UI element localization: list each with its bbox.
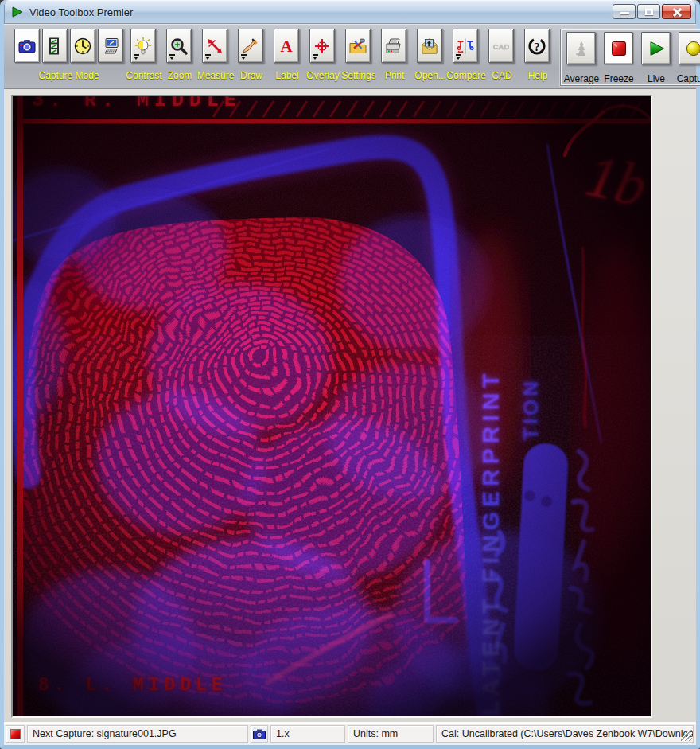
capture-controls-group: AverageFreezeLiveCapture [560, 29, 700, 86]
statusbar: Next Capture: signature001.JPG 1.x Units… [4, 722, 696, 745]
timed-capture-button[interactable] [70, 29, 95, 63]
open-button[interactable] [417, 29, 442, 63]
settings-button[interactable] [345, 29, 371, 63]
cad-icon: CAD [492, 37, 511, 56]
help-label: Help [528, 70, 548, 81]
latent-side-label-fragment: TION [519, 321, 543, 440]
pink-ridge-streak [266, 614, 393, 684]
latent-speckle-noise [13, 335, 651, 716]
blue-handwriting [427, 451, 593, 704]
toolbar: Capture Mode ContrastZoomMeasureDrawALab… [4, 24, 696, 89]
status-calibration: Cal: Uncalibrated (C:\Users\Daves Zenboo… [436, 725, 694, 743]
tool-clock [70, 29, 95, 64]
titlebar[interactable]: Video Toolbox Premier [4, 0, 696, 24]
dropdown-arrow-icon[interactable] [456, 57, 461, 60]
app-play-icon [11, 6, 24, 18]
live-button[interactable] [641, 32, 671, 64]
tool-film [42, 29, 68, 64]
capture-button[interactable] [679, 32, 700, 64]
compare-button[interactable] [453, 29, 478, 63]
tool-computer [98, 29, 123, 64]
close-icon [672, 7, 682, 17]
latent-side-label: LATENT FINGERPRINT [477, 184, 504, 716]
maximize-button[interactable] [637, 4, 660, 19]
tool-print: Print [381, 29, 408, 86]
svg-text:A: A [280, 37, 293, 56]
measure-button[interactable] [202, 29, 228, 63]
label-label: Label [275, 70, 298, 81]
overlay-label: Overlay [306, 70, 339, 81]
grain-layer [13, 96, 651, 716]
clock-icon [73, 37, 92, 56]
print-button[interactable] [381, 29, 406, 63]
camera-capture-button[interactable] [14, 29, 40, 63]
record-indicator-panel [6, 725, 25, 743]
dropdown-arrow-icon[interactable] [169, 57, 174, 60]
tool-measure: Measure [202, 29, 229, 86]
contrast-button[interactable] [130, 29, 156, 63]
bottom-finger-label: 8. L. MIDDLE [38, 675, 228, 696]
dropdown-arrow-icon[interactable] [241, 57, 246, 60]
computer-icon [101, 37, 120, 56]
tool-overlay: Overlay [309, 29, 336, 86]
record-stop-icon [10, 729, 21, 739]
capture-mode-label: Capture Mode [14, 70, 123, 81]
capture-mode-group: Capture Mode [14, 29, 123, 86]
film-capture-button[interactable] [42, 29, 68, 63]
maximize-icon [645, 9, 653, 15]
tool-help: ?Help [524, 29, 551, 86]
tape-edge-band [13, 144, 601, 716]
settings-icon [348, 37, 368, 56]
label-icon: A [277, 37, 296, 56]
red-annotations-layer [13, 96, 651, 716]
minimize-icon [620, 12, 629, 14]
status-units: Units: mm [348, 725, 434, 743]
vignette-layer [13, 96, 651, 716]
tool-contrast: Contrast [130, 29, 158, 86]
caption-buttons [612, 4, 691, 19]
freeze-button[interactable] [604, 32, 633, 64]
minimize-button[interactable] [612, 4, 636, 19]
tool-label: ALabel [274, 29, 301, 86]
tools-row: ContrastZoomMeasureDrawALabelOverlaySett… [130, 29, 560, 86]
live-label: Live [648, 73, 665, 84]
tool-draw: Draw [238, 29, 265, 86]
resize-grip[interactable] [681, 730, 692, 741]
tool-open: Open... [417, 29, 444, 86]
tool-settings: Settings [345, 29, 372, 86]
settings-label: Settings [341, 70, 375, 81]
tool-freeze: Freeze [604, 32, 634, 89]
close-button[interactable] [662, 4, 691, 19]
zoom-button[interactable] [166, 29, 192, 63]
overlay-icon [313, 37, 332, 56]
card-rule-horizontal [18, 119, 651, 124]
help-button[interactable]: ? [524, 29, 550, 63]
tool-compare: Compare [453, 29, 480, 86]
draw-button[interactable] [238, 29, 263, 63]
label-button[interactable]: A [274, 29, 299, 63]
dropdown-arrow-icon[interactable] [205, 57, 210, 60]
svg-text:?: ? [534, 40, 540, 53]
freeze-icon [609, 39, 628, 58]
computer-capture-button[interactable] [98, 29, 123, 63]
open-icon [420, 37, 439, 56]
overlay-button[interactable] [309, 29, 335, 63]
dropdown-arrow-icon[interactable] [134, 57, 138, 60]
top-finger-label: 3. R. MIDDLE [32, 95, 242, 112]
card-rule-vertical [18, 96, 23, 716]
dropdown-arrow-icon[interactable] [313, 57, 317, 60]
status-next-capture: Next Capture: signature001.JPG [27, 725, 248, 743]
average-button[interactable] [566, 32, 596, 64]
fingerprint-viewport[interactable]: 3. R. MIDDLE 8. L. MIDDLE LATENT FINGERP… [11, 95, 652, 718]
live-icon [647, 39, 666, 58]
client-area: 3. R. MIDDLE 8. L. MIDDLE LATENT FINGERP… [4, 89, 696, 722]
status-calibration-text: Cal: Uncalibrated (C:\Users\Daves Zenboo… [441, 728, 694, 739]
camera-icon [253, 729, 266, 739]
cad-button[interactable]: CAD [488, 29, 514, 63]
svg-text:CAD: CAD [493, 42, 510, 51]
exemplar-print-layer [13, 96, 651, 716]
applicator-stick [513, 443, 570, 673]
contrast-icon [134, 37, 153, 56]
compare-icon [456, 37, 475, 56]
tool-cad: CADCAD [488, 29, 515, 86]
